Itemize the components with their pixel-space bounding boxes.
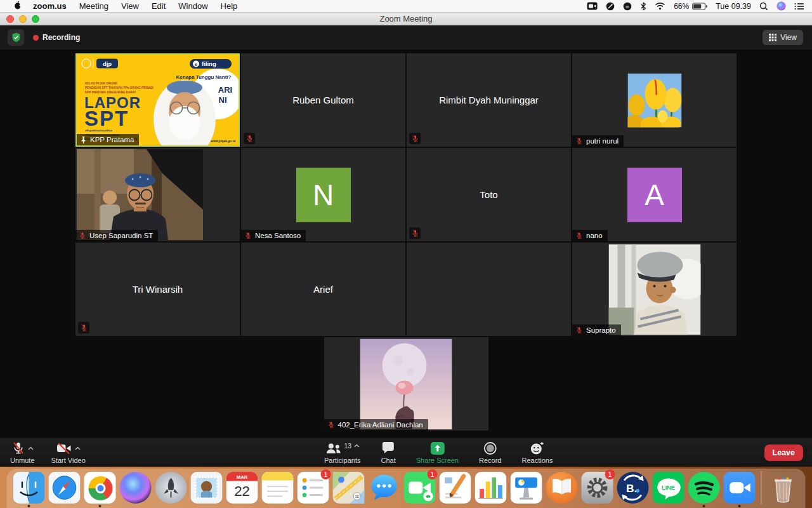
dock-icon-facetime[interactable]: 1 (404, 472, 436, 504)
dock-icon-keynote[interactable] (511, 472, 542, 504)
record-button[interactable]: Record (479, 440, 501, 464)
muted-mic-icon (411, 135, 419, 143)
participant-tile-nesa-santoso[interactable]: N Nesa Santoso (241, 148, 405, 241)
running-indicator-dot (703, 505, 705, 507)
menu-item-view[interactable]: View (115, 1, 145, 11)
dock-icon-booking[interactable]: B. (617, 472, 649, 504)
reactions-button[interactable]: Reactions (521, 440, 553, 464)
leave-button[interactable]: Leave (764, 444, 803, 461)
utility-app-icon[interactable] (606, 2, 615, 11)
dock-icon-siri[interactable] (120, 472, 152, 504)
avatar-letter: A (645, 178, 664, 212)
record-label: Record (479, 457, 501, 464)
participant-name-text: Tri Winarsih (75, 243, 240, 336)
unmute-button[interactable]: Unmute (10, 440, 35, 464)
svg-text:∞: ∞ (625, 3, 629, 9)
muted-mic-icon (575, 232, 583, 239)
menu-item-help[interactable]: Help (214, 1, 244, 11)
notification-list-icon[interactable] (794, 3, 804, 10)
svg-text:B.: B. (626, 482, 637, 495)
participant-tile-putri-nurul[interactable]: putri nurul (572, 53, 737, 147)
participant-tile-tri-winarsih[interactable]: Tri Winarsih (75, 243, 240, 336)
participant-tile-kpp-pratama[interactable]: djp e filing KELAS PAJAK ONLINE PENGISIA… (75, 53, 240, 147)
dock-icon-books[interactable] (546, 472, 578, 504)
close-window-button[interactable] (6, 15, 14, 23)
participant-tile-402-erika-adliani-dachlan[interactable]: 402_Erika Adliani Dachlan (324, 337, 488, 431)
view-button[interactable]: View (763, 30, 803, 45)
dock-separator (761, 471, 762, 504)
start-video-button[interactable]: Start Video (51, 440, 86, 464)
dock-icon-trash[interactable] (768, 472, 799, 504)
siri-menu-icon[interactable] (776, 1, 786, 11)
battery-percent: 66% (674, 2, 689, 11)
participant-tile-nano[interactable]: A nano (572, 148, 737, 241)
meeting-control-bar: Unmute Start Video (0, 438, 812, 467)
muted-mic-badge (409, 133, 421, 144)
svg-text:22: 22 (234, 483, 250, 499)
participant-tile-arief[interactable]: Arief (241, 243, 405, 336)
meeting-info-button[interactable] (8, 29, 24, 46)
dock-icon-chrome[interactable] (84, 472, 116, 504)
share-screen-label: Share Screen (416, 457, 459, 464)
zoom-status-icon[interactable] (587, 2, 598, 10)
menu-item-zoom-us[interactable]: zoom.us (27, 1, 73, 11)
dock-icon-spotify[interactable] (688, 472, 720, 504)
participant-tile-empty[interactable] (407, 243, 571, 336)
minimize-window-button[interactable] (19, 15, 27, 23)
dock-icon-messages[interactable] (369, 472, 400, 504)
participant-tile-usep-saparudin-st[interactable]: Usep Saparudin ST (75, 148, 240, 241)
chat-button[interactable]: Chat (381, 440, 395, 464)
svg-text:e: e (195, 62, 198, 67)
participant-name-label: putri nurul (572, 135, 624, 147)
dock-icon-settings[interactable]: 1 (582, 472, 613, 504)
macos-menu-bar: zoom.usMeetingViewEditWindowHelp ∞ 66% T… (0, 0, 812, 13)
muted-mic-icon (575, 326, 583, 334)
reactions-label: Reactions (521, 457, 553, 464)
dock-icon-zoom[interactable] (724, 472, 756, 504)
wifi-icon[interactable] (655, 2, 665, 10)
dock-icon-notes[interactable] (262, 472, 294, 504)
menu-clock[interactable]: Tue 09.39 (716, 2, 751, 11)
muted-mic-icon (327, 421, 335, 429)
chevron-up-icon[interactable] (354, 444, 360, 448)
dock-icon-maps[interactable]: 3D (333, 472, 365, 504)
bluetooth-icon[interactable] (640, 2, 646, 11)
svg-text:NI: NI (219, 95, 227, 105)
share-screen-button[interactable]: Share Screen (416, 440, 459, 464)
chevron-up-icon[interactable] (28, 446, 34, 450)
participant-tile-toto[interactable]: Toto (407, 148, 571, 241)
svg-text:SPT: SPT (84, 107, 129, 130)
participant-tile-rimbit-dyah-muninggar[interactable]: Rimbit Dyah Muninggar (407, 53, 571, 147)
start-video-label: Start Video (51, 457, 86, 464)
muted-mic-badge (409, 227, 421, 239)
recording-dot-icon (33, 35, 39, 41)
muted-mic-icon (575, 137, 583, 145)
participants-count: 13 (344, 442, 351, 450)
battery-icon[interactable] (692, 3, 707, 10)
dock-icon-launchpad[interactable] (155, 472, 187, 504)
spotlight-search-icon[interactable] (759, 2, 768, 11)
menu-item-window[interactable]: Window (172, 1, 214, 11)
menu-item-meeting[interactable]: Meeting (73, 1, 115, 11)
share-screen-icon (429, 441, 445, 455)
participant-tile-suprapto[interactable]: Suprapto (572, 243, 737, 336)
menu-item-edit[interactable]: Edit (145, 1, 172, 11)
dock-icon-finder[interactable] (13, 472, 45, 504)
apple-menu-icon[interactable] (9, 1, 27, 11)
dock-icon-mail[interactable] (191, 472, 223, 504)
participant-tile-ruben-gultom[interactable]: Ruben Gultom (241, 53, 405, 147)
participants-button[interactable]: 13 Participants (324, 440, 360, 464)
grid-row-4: 402_Erika Adliani Dachlan (324, 337, 488, 431)
dock-icon-reminders[interactable]: 1 (298, 472, 329, 504)
chevron-up-icon[interactable] (75, 446, 81, 450)
dock-icon-safari[interactable] (49, 472, 81, 504)
muted-mic-icon (244, 232, 252, 239)
zoom-window-button[interactable] (32, 15, 39, 23)
dock-icon-line[interactable]: LINE (653, 472, 684, 504)
dock-icon-pages[interactable] (440, 472, 471, 504)
usep-video-frame (77, 149, 203, 240)
dock-icon-calendar[interactable]: MAR22 (226, 472, 258, 504)
creative-cloud-icon[interactable]: ∞ (623, 2, 632, 11)
grid-row-2: Usep Saparudin STN Nesa SantosoToto A na… (75, 148, 737, 241)
dock-icon-numbers[interactable] (475, 472, 507, 504)
